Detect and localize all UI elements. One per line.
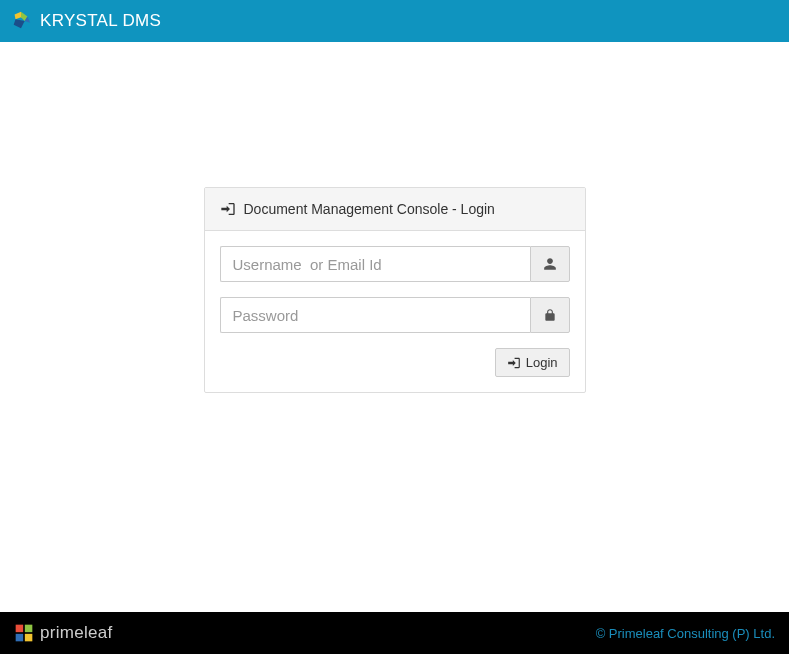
login-panel-body: Login xyxy=(205,231,585,392)
login-button-row: Login xyxy=(220,348,570,377)
brand-logo-icon xyxy=(10,10,32,32)
login-panel: Document Management Console - Login xyxy=(204,187,586,393)
svg-rect-1 xyxy=(25,625,33,633)
svg-rect-3 xyxy=(25,634,33,642)
login-button-icon xyxy=(507,356,521,370)
login-title-icon xyxy=(220,201,236,217)
login-panel-title: Document Management Console - Login xyxy=(244,201,495,217)
footer-logo-icon xyxy=(14,623,34,643)
login-button[interactable]: Login xyxy=(495,348,570,377)
footer-copyright-link[interactable]: © Primeleaf Consulting (P) Ltd. xyxy=(596,626,775,641)
footer: primeleaf © Primeleaf Consulting (P) Ltd… xyxy=(0,612,789,654)
user-icon xyxy=(530,246,570,282)
username-group xyxy=(220,246,570,282)
lock-icon xyxy=(530,297,570,333)
footer-left: primeleaf xyxy=(14,623,113,643)
login-panel-heading: Document Management Console - Login xyxy=(205,188,585,231)
password-input[interactable] xyxy=(220,297,530,333)
main-content: Document Management Console - Login xyxy=(0,42,789,612)
svg-rect-2 xyxy=(16,634,24,642)
top-bar: KRYSTAL DMS xyxy=(0,0,789,42)
username-input[interactable] xyxy=(220,246,530,282)
brand-title: KRYSTAL DMS xyxy=(40,11,161,31)
footer-brand-text: primeleaf xyxy=(40,623,113,643)
login-button-label: Login xyxy=(526,355,558,370)
svg-rect-0 xyxy=(16,625,24,633)
password-group xyxy=(220,297,570,333)
